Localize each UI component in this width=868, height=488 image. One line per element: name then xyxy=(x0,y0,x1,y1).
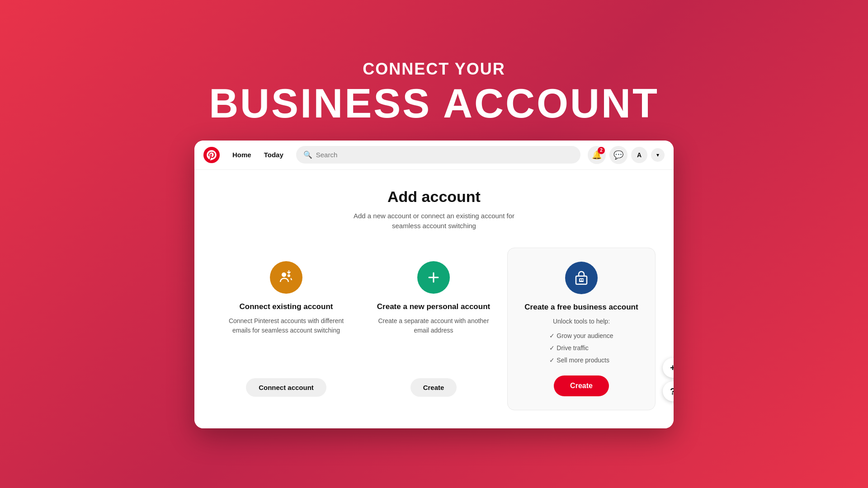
cards-row: Connect existing account Connect Pintere… xyxy=(212,248,656,410)
search-icon: 🔍 xyxy=(303,150,312,159)
navbar: Home Today 🔍 Search 🔔 2 💬 A ▾ xyxy=(194,141,674,170)
features-list: Grow your audience Drive traffic Sell mo… xyxy=(549,330,613,366)
nav-today[interactable]: Today xyxy=(259,147,289,162)
page-title: Add account xyxy=(212,188,656,206)
connect-account-button[interactable]: Connect account xyxy=(246,378,326,397)
float-add-button[interactable]: + xyxy=(663,358,674,378)
pinterest-logo[interactable] xyxy=(203,147,220,163)
svg-point-1 xyxy=(282,272,286,277)
float-buttons: + ? xyxy=(663,358,674,401)
float-help-button[interactable]: ? xyxy=(663,381,674,401)
avatar-button[interactable]: A xyxy=(631,147,647,163)
messages-button[interactable]: 💬 xyxy=(609,146,627,164)
nav-links: Home Today xyxy=(227,147,289,162)
bg-headline-top: CONNECT YOUR xyxy=(363,60,505,79)
feature-2: Drive traffic xyxy=(549,342,613,354)
notification-button[interactable]: 🔔 2 xyxy=(588,146,606,164)
svg-rect-8 xyxy=(582,279,583,281)
connect-existing-icon xyxy=(270,261,302,294)
bg-headline-main: BUSINESS ACCOUNT xyxy=(209,80,659,127)
create-personal-desc: Create a separate account with another e… xyxy=(371,316,496,369)
feature-3: Sell more products xyxy=(549,354,613,366)
connect-existing-desc: Connect Pinterest accounts with differen… xyxy=(223,316,349,369)
create-business-button[interactable]: Create xyxy=(554,375,609,396)
create-personal-title: Create a new personal account xyxy=(377,302,490,312)
search-bar[interactable]: 🔍 Search xyxy=(296,146,580,164)
svg-point-2 xyxy=(288,274,290,277)
unlock-text: Unlock tools to help: xyxy=(549,317,613,326)
main-content: Add account Add a new account or connect… xyxy=(194,170,674,428)
connect-existing-card: Connect existing account Connect Pintere… xyxy=(212,248,360,410)
feature-1: Grow your audience xyxy=(549,330,613,342)
create-personal-icon xyxy=(417,261,450,294)
svg-point-0 xyxy=(203,147,220,163)
dropdown-button[interactable]: ▾ xyxy=(651,148,665,162)
connect-existing-title: Connect existing account xyxy=(240,302,333,312)
notification-badge: 2 xyxy=(598,147,605,154)
create-business-desc: Unlock tools to help: Grow your audience… xyxy=(549,317,613,366)
create-business-icon xyxy=(565,262,598,294)
nav-actions: 🔔 2 💬 A ▾ xyxy=(588,146,665,164)
create-personal-button[interactable]: Create xyxy=(410,378,457,397)
page-subtitle: Add a new account or connect an existing… xyxy=(212,211,656,231)
create-business-card: Create a free business account Unlock to… xyxy=(507,248,656,410)
svg-rect-7 xyxy=(580,279,581,281)
search-placeholder-text: Search xyxy=(316,151,338,159)
create-personal-card: Create a new personal account Create a s… xyxy=(360,248,507,410)
browser-window: Home Today 🔍 Search 🔔 2 💬 A ▾ Add accoun… xyxy=(194,141,674,428)
create-business-title: Create a free business account xyxy=(524,302,638,312)
nav-home[interactable]: Home xyxy=(227,147,257,162)
